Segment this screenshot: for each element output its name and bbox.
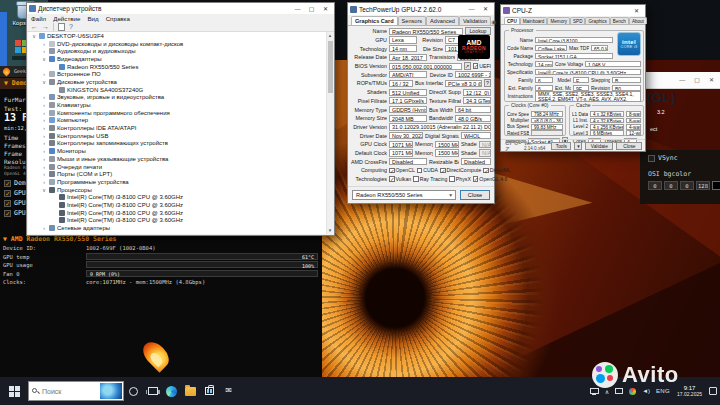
- close-button[interactable]: ✕: [479, 4, 492, 14]
- minimize-button[interactable]: —: [465, 4, 478, 14]
- tools-caret-button[interactable]: ▾: [574, 142, 582, 150]
- search-highlight-image[interactable]: [100, 383, 122, 399]
- gpuz-tab-validation[interactable]: Validation: [459, 16, 491, 25]
- gpuz-tab-sensors[interactable]: Sensors: [398, 16, 427, 25]
- gpuz-checkbox-opengl-4-6[interactable]: ✓OpenGL 4.6: [473, 176, 508, 182]
- gpuz-button-x[interactable]: ↗: [464, 62, 471, 70]
- cpuz-tab-graphics[interactable]: Graphics: [585, 17, 609, 24]
- tools-button[interactable]: Tools: [551, 142, 571, 150]
- scroll-down-icon[interactable]: ▾: [329, 227, 332, 234]
- device-node-dvd-дисководы-и-дисководы-компакт-дисков[interactable]: ›DVD-дисководы и дисководы компакт-диско…: [28, 40, 326, 48]
- expander-icon[interactable]: ∨: [41, 56, 47, 62]
- device-node-процессоры[interactable]: ∨Процессоры: [28, 186, 326, 194]
- device-node-сетевые-адаптеры[interactable]: ›Сетевые адаптеры: [28, 224, 326, 232]
- card-selector-dropdown[interactable]: Radeon RX550/550 Series ▾: [352, 190, 456, 200]
- device-node-компоненты-программного-обеспечения[interactable]: ›Компоненты программного обеспечения: [28, 109, 326, 117]
- expander-icon[interactable]: ›: [41, 225, 47, 231]
- expander-icon[interactable]: ›: [41, 140, 47, 146]
- checkbox-icon[interactable]: ✓: [473, 176, 479, 182]
- search-input[interactable]: [42, 388, 90, 395]
- checkbox-icon[interactable]: [413, 176, 419, 182]
- gpuz-checkbox-ray-tracing[interactable]: Ray Tracing: [413, 176, 447, 182]
- validate-button[interactable]: Validate: [585, 142, 613, 150]
- expander-icon[interactable]: ∨: [31, 33, 37, 39]
- gpuz-button-x[interactable]: ?: [484, 79, 491, 87]
- expander-icon[interactable]: ›: [41, 156, 47, 162]
- gpuz-checkbox-directml[interactable]: ✓DirectML: [483, 167, 510, 173]
- cortana-button[interactable]: [124, 377, 143, 405]
- device-node-порты-com-и-lpt[interactable]: ›Порты (COM и LPT): [28, 170, 326, 178]
- close-dialog-button[interactable]: Close: [616, 142, 642, 150]
- device-node-desktop-u6su3f4[interactable]: ∨DESKTOP-U6SU3F4: [28, 32, 326, 40]
- document-icon[interactable]: [58, 23, 65, 31]
- menu-item-файл[interactable]: Файл: [31, 15, 46, 22]
- gpuz-checkbox-vulkan[interactable]: ✓Vulkan: [389, 176, 411, 182]
- maximize-button[interactable]: ▢: [305, 4, 318, 14]
- checkbox-icon[interactable]: ✓: [4, 200, 11, 207]
- gpuz-checkbox-cuda[interactable]: CUDA: [417, 167, 438, 173]
- expander-icon[interactable]: ›: [41, 41, 47, 47]
- checkbox-icon[interactable]: [449, 176, 455, 182]
- menu-item-справка[interactable]: Справка: [106, 15, 130, 22]
- action-center-button[interactable]: [706, 377, 720, 405]
- scrollbar[interactable]: ▴ ▾: [326, 32, 333, 234]
- gpuz-checkbox-uefi[interactable]: ✓UEFI: [473, 63, 491, 69]
- taskbar-search[interactable]: [28, 381, 124, 401]
- device-node-intel-r-core-tm-i3-8100-cpu-3-60ghz[interactable]: Intel(R) Core(TM) i3-8100 CPU @ 3.60GHz: [28, 209, 326, 217]
- device-node-контроллеры-запоминающих-устройств[interactable]: ›Контроллеры запоминающих устройств: [28, 140, 326, 148]
- expander-icon[interactable]: ›: [41, 171, 47, 177]
- checkbox-icon[interactable]: ✓: [4, 180, 11, 187]
- vsync-checkbox[interactable]: [648, 155, 655, 162]
- minimize-icon[interactable]: —: [679, 77, 685, 83]
- cpuz-tab-spd[interactable]: SPD: [570, 17, 585, 24]
- expander-icon[interactable]: ›: [41, 117, 47, 123]
- close-icon[interactable]: ✕: [709, 77, 714, 83]
- checkbox-icon[interactable]: ✓: [483, 168, 489, 174]
- bgcolor-value-field[interactable]: 0: [648, 181, 662, 190]
- checkbox-icon[interactable]: ✓: [389, 176, 395, 182]
- close-button[interactable]: ✕: [630, 6, 643, 16]
- camera-icon[interactable]: ◉: [491, 18, 496, 25]
- mail-button[interactable]: ✉: [219, 377, 238, 405]
- device-node-аудиовходы-и-аудиовыходы[interactable]: ›Аудиовходы и аудиовыходы: [28, 47, 326, 55]
- checkbox-icon[interactable]: ✓: [440, 168, 446, 174]
- gpuz-checkbox-directcompute[interactable]: ✓DirectCompute: [440, 167, 481, 173]
- bgcolor-value-field[interactable]: 0: [680, 181, 694, 190]
- forward-icon[interactable]: →: [42, 23, 49, 31]
- checkbox-icon[interactable]: ✓: [4, 210, 11, 217]
- vsync-option[interactable]: VSync: [648, 154, 678, 162]
- device-node-мыши-и-иные-указывающие-устройства[interactable]: ›Мыши и иные указывающие устройства: [28, 155, 326, 163]
- cpuz-tab-mainboard[interactable]: Mainboard: [520, 17, 548, 24]
- close-button[interactable]: ✕: [319, 4, 332, 14]
- device-node-контроллеры-usb[interactable]: ›Контроллеры USB: [28, 132, 326, 140]
- device-node-дисковые-устройства[interactable]: ∨Дисковые устройства: [28, 78, 326, 86]
- back-icon[interactable]: ←: [31, 23, 38, 31]
- bgcolor-value-field[interactable]: 128: [696, 181, 710, 190]
- scroll-up-icon[interactable]: ▴: [329, 32, 332, 39]
- device-node-intel-r-core-tm-i3-8100-cpu-3-60ghz[interactable]: Intel(R) Core(TM) i3-8100 CPU @ 3.60GHz: [28, 217, 326, 225]
- cpuz-tab-cpu[interactable]: CPU: [504, 17, 520, 24]
- expander-icon[interactable]: ∨: [41, 187, 47, 193]
- device-node-компьютер[interactable]: ›Компьютер: [28, 117, 326, 125]
- color-swatch[interactable]: [712, 181, 720, 190]
- close-dialog-button[interactable]: Close: [460, 190, 490, 200]
- gpuz-checkbox-opencl[interactable]: ✓OpenCL: [389, 167, 415, 173]
- menu-item-действие[interactable]: Действие: [53, 15, 80, 22]
- file-explorer-button[interactable]: [181, 377, 200, 405]
- cpuz-tab-memory[interactable]: Memory: [547, 17, 570, 24]
- task-view-button[interactable]: [143, 377, 162, 405]
- expander-icon[interactable]: ›: [41, 148, 47, 154]
- checkbox-icon[interactable]: [417, 168, 423, 174]
- device-node-radeon-rx550-550-series[interactable]: Radeon RX550/550 Series: [28, 63, 326, 71]
- store-button[interactable]: [200, 377, 219, 405]
- expander-icon[interactable]: ›: [41, 102, 47, 108]
- gpuz-tab-advanced[interactable]: Advanced: [426, 16, 459, 25]
- expander-icon[interactable]: ›: [41, 179, 47, 185]
- expander-icon[interactable]: ›: [41, 71, 47, 77]
- device-node-звуковые-игровые-и-видеоустройства[interactable]: ›Звуковые, игровые и видеоустройства: [28, 94, 326, 102]
- device-node-intel-r-core-tm-i3-8100-cpu-3-60ghz[interactable]: Intel(R) Core(TM) i3-8100 CPU @ 3.60GHz: [28, 201, 326, 209]
- expander-icon[interactable]: ›: [41, 94, 47, 100]
- expander-icon[interactable]: ›: [41, 48, 47, 54]
- device-node-kingston-sa400s37240g[interactable]: KINGSTON SA400S37240G: [28, 86, 326, 94]
- cpuz-tab-bench[interactable]: Bench: [610, 17, 629, 24]
